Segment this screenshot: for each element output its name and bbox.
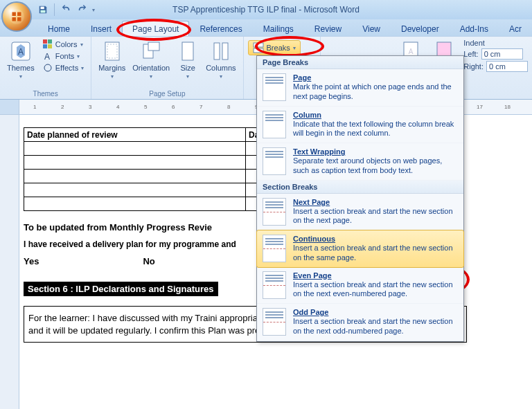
review-table: Date planned of reviewDa [24, 127, 264, 211]
tab-insert[interactable]: Insert [80, 21, 122, 36]
group-label-page-setup: Page Setup [96, 89, 238, 98]
tab-home[interactable]: Home [37, 21, 80, 36]
quick-access-toolbar: ▾ [36, 3, 95, 17]
ruler-mark: 7 [200, 104, 202, 110]
svg-rect-15 [182, 42, 193, 60]
breaks-button[interactable]: Breaks▾ [248, 40, 301, 55]
ruler-mark: 1 [33, 104, 36, 110]
redo-icon[interactable] [76, 3, 89, 17]
tab-add-ins[interactable]: Add-Ins [450, 21, 499, 36]
ruler-mark: 8 [227, 104, 230, 110]
indent-right-label: Right: [463, 62, 484, 71]
ruler-mark: 6 [172, 104, 175, 110]
svg-rect-2 [41, 10, 46, 13]
svg-rect-16 [214, 43, 220, 60]
svg-rect-8 [48, 44, 52, 48]
svg-rect-17 [222, 43, 228, 60]
tab-references[interactable]: References [189, 21, 252, 36]
indent-left-input[interactable]: 0 cm [481, 48, 523, 60]
breaks-section-section: Section Breaks [257, 181, 463, 194]
ruler-mark: 2 [61, 104, 64, 110]
vertical-ruler[interactable] [0, 115, 19, 409]
office-button[interactable] [1, 1, 32, 32]
svg-rect-5 [43, 39, 47, 44]
breaks-section-page: Page Breaks [257, 56, 463, 69]
svg-text:A: A [44, 52, 50, 61]
breaks-item-column[interactable]: ColumnIndicate that the text following t… [257, 107, 463, 144]
qat-dropdown-icon[interactable]: ▾ [92, 7, 95, 13]
tab-review[interactable]: Review [304, 21, 352, 36]
svg-rect-14 [148, 42, 159, 51]
indent-header: Indent [463, 39, 528, 47]
table-header-1: Date planned of review [24, 128, 246, 142]
svg-rect-1 [41, 7, 44, 10]
undo-icon[interactable] [59, 3, 73, 17]
breaks-item-next-page[interactable]: Next PageInsert a section break and star… [257, 194, 463, 231]
svg-point-10 [44, 64, 51, 71]
theme-fonts-button[interactable]: AFonts▾ [40, 51, 87, 62]
svg-rect-7 [43, 44, 47, 48]
margins-button[interactable]: Margins▾ [96, 39, 128, 81]
tab-view[interactable]: View [352, 21, 391, 36]
tab-mailings[interactable]: Mailings [253, 21, 304, 36]
svg-rect-6 [48, 39, 52, 44]
svg-text:A: A [18, 47, 24, 57]
ruler-mark: 3 [89, 104, 91, 110]
svg-text:A: A [409, 48, 414, 55]
svg-point-0 [9, 9, 24, 24]
theme-effects-button[interactable]: Effects▾ [40, 62, 87, 73]
size-button[interactable]: Size▾ [174, 39, 202, 81]
orientation-button[interactable]: Orientation▾ [130, 39, 172, 81]
indent-left-label: Left: [463, 50, 478, 58]
ruler-mark: 17 [477, 104, 483, 110]
breaks-item-odd-page[interactable]: Odd PageInsert a section break and start… [257, 304, 463, 341]
title-bar: ▾ TSP Apprenticeship TTG ILP final - Mic… [0, 0, 532, 19]
themes-button[interactable]: A Themes▾ [4, 39, 37, 81]
tab-developer[interactable]: Developer [391, 21, 450, 36]
ruler-mark: 4 [116, 104, 119, 110]
breaks-item-page[interactable]: PageMark the point at which one page end… [257, 69, 463, 107]
indent-right-input[interactable]: 0 cm [486, 61, 528, 72]
tab-acr[interactable]: Acr [499, 21, 532, 36]
save-icon[interactable] [36, 3, 50, 17]
group-label-themes: Themes [4, 89, 87, 98]
ruler-mark: 5 [144, 104, 147, 110]
svg-rect-19 [254, 48, 263, 53]
breaks-item-text-wrapping[interactable]: Text WrappingSeparate text around object… [257, 143, 463, 181]
breaks-item-continuous[interactable]: ContinuousInsert a section break and sta… [256, 230, 464, 268]
no-label: No [143, 256, 154, 266]
yes-label: Yes [24, 256, 39, 266]
ruler-mark: 18 [504, 104, 511, 110]
columns-button[interactable]: Columns▾ [203, 39, 238, 81]
theme-colors-button[interactable]: Colors▾ [40, 39, 87, 50]
section-6-header: Section 6 : ILP Declarations and Signatu… [24, 282, 218, 296]
window-title: TSP Apprenticeship TTG ILP final - Micro… [172, 5, 360, 15]
breaks-item-even-page[interactable]: Even PageInsert a section break and star… [257, 267, 463, 305]
svg-rect-18 [254, 43, 263, 47]
ribbon-tabs: HomeInsertPage LayoutReferencesMailingsR… [0, 19, 532, 36]
breaks-dropdown: Page Breaks PageMark the point at which … [256, 55, 464, 342]
tab-page-layout[interactable]: Page Layout [122, 21, 189, 36]
